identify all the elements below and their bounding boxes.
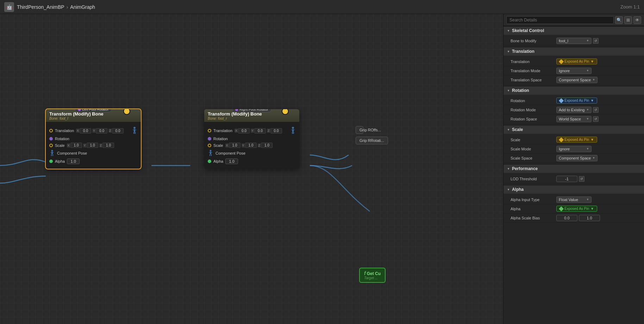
rotation-mode-dropdown[interactable]: Add to Existing ▼ xyxy=(556,107,592,113)
alpha-input-type-dropdown[interactable]: Float Value ▼ xyxy=(556,197,592,203)
svg-rect-3 xyxy=(135,130,136,130)
right-scale-row: Scale X1.0 Y1.0 Z1.0 xyxy=(208,143,296,148)
performance-triangle: ▼ xyxy=(507,167,510,170)
left-component-pose-row: Component Pose xyxy=(49,150,137,157)
section-skeletal-control[interactable]: ▼ Skeletal Control xyxy=(504,26,644,35)
left-scale-label: Scale xyxy=(55,143,65,148)
svg-rect-1 xyxy=(134,129,135,132)
translation-pin-icon xyxy=(559,59,564,64)
scale-mode-row: Scale Mode Ignore ▼ xyxy=(504,144,644,154)
section-scale[interactable]: ▼ Scale xyxy=(504,125,644,134)
svg-rect-16 xyxy=(292,132,293,134)
translation-space-row: Translation Space Component Space ▼ xyxy=(504,75,644,85)
translation-exposed-btn[interactable]: Exposed As Pin ▼ xyxy=(556,58,597,64)
right-scale-label: Scale xyxy=(213,143,223,148)
scale-space-dropdown[interactable]: Component Space ▼ xyxy=(556,155,598,161)
translation-mode-dropdown[interactable]: Ignore ▼ xyxy=(556,68,592,74)
rotation-space-row: Rotation Space World Space ▼ ↺ xyxy=(504,114,644,124)
alpha-exposed-btn[interactable]: Exposed As Pin ▼ xyxy=(556,206,597,212)
alpha-bias-max-input[interactable] xyxy=(579,215,600,221)
breadcrumb-graph[interactable]: AnimGraph xyxy=(70,4,95,10)
alpha-bias-value xyxy=(556,215,640,221)
left-rotation-pin xyxy=(49,137,53,141)
svg-rect-21 xyxy=(211,152,212,152)
rotation-mode-reset-btn[interactable]: ↺ xyxy=(593,107,599,113)
alpha-pin-icon xyxy=(559,206,564,211)
left-alpha-input[interactable] xyxy=(67,158,80,164)
right-node-subtitle: Bone: foot_r xyxy=(208,117,262,120)
right-figure2-icon xyxy=(208,150,213,157)
eye-icon-btn[interactable]: 👁 xyxy=(633,16,641,24)
right-node-body: Translation X0.0 Y0.0 Z0.0 xyxy=(204,122,299,169)
svg-rect-13 xyxy=(292,129,294,132)
section-alpha[interactable]: ▼ Alpha xyxy=(504,185,644,194)
alpha-bias-min-input[interactable] xyxy=(556,215,577,221)
details-header-icons: 🔍 ⊞ 👁 xyxy=(615,16,641,24)
translation-space-value: Component Space ▼ xyxy=(556,77,640,83)
translation-mode-label: Translation Mode xyxy=(511,69,556,73)
right-alpha-row: Alpha xyxy=(208,158,296,164)
zoom-label: Zoom 1:1 xyxy=(620,4,640,10)
rotation-space-value: World Space ▼ ↺ xyxy=(556,116,640,122)
top-bar: 🤖 ThirdPerson_AnimBP › AnimGraph Zoom 1:… xyxy=(0,0,644,14)
node-left[interactable]: Left Foot Rotator ⚡ Transform (Modify) B… xyxy=(46,109,141,169)
translation-mode-row: Translation Mode Ignore ▼ xyxy=(504,66,644,75)
left-rotation-row: Rotation xyxy=(49,137,137,141)
section-performance[interactable]: ▼ Performance xyxy=(504,164,644,173)
node-right[interactable]: Right Foot Rotator ⚡ Transform (Modify) … xyxy=(204,109,299,169)
translation-space-dropdown[interactable]: Component Space ▼ xyxy=(556,77,598,83)
get-cu-title: Get Cu xyxy=(367,271,381,276)
details-panel: 🔍 ⊞ 👁 ▼ Skeletal Control Bone to Modify … xyxy=(503,14,644,324)
rotation-space-dropdown[interactable]: World Space ▼ xyxy=(556,116,592,122)
right-scale-pin xyxy=(208,144,211,147)
section-rotation[interactable]: ▼ Rotation xyxy=(504,86,644,95)
breadcrumb-project[interactable]: ThirdPerson_AnimBP xyxy=(17,4,64,10)
rotation-space-reset-btn[interactable]: ↺ xyxy=(593,116,599,122)
lod-label: LOD Threshold xyxy=(511,177,556,181)
lod-reset-btn[interactable]: ↺ xyxy=(579,176,584,182)
section-translation[interactable]: ▼ Translation xyxy=(504,47,644,56)
svg-point-0 xyxy=(133,127,136,129)
right-translation-pin xyxy=(208,129,211,132)
scale-pin-icon xyxy=(559,137,564,142)
left-rotation-label: Rotation xyxy=(55,137,69,141)
scale-exposed-btn[interactable]: Exposed As Pin ▼ xyxy=(556,137,597,143)
lod-input[interactable] xyxy=(556,176,577,182)
main-layout: Left Foot Rotator ⚡ Transform (Modify) B… xyxy=(0,14,644,324)
translation-prop-row: Translation Exposed As Pin ▼ xyxy=(504,57,644,66)
svg-rect-17 xyxy=(293,132,294,134)
app-icon: 🤖 xyxy=(4,2,14,12)
grip-roffs-label: Grip ROffs... xyxy=(359,128,381,132)
bone-to-modify-dropdown[interactable]: foot_l ▼ xyxy=(556,38,592,44)
right-rotation-pin xyxy=(208,137,211,141)
left-figure-icon xyxy=(132,126,137,135)
scale-mode-dropdown[interactable]: Ignore ▼ xyxy=(556,146,592,152)
grid-icon-btn[interactable]: ⊞ xyxy=(624,16,632,24)
get-cu-node[interactable]: f Get Cu Target ... xyxy=(359,268,386,283)
svg-rect-2 xyxy=(133,130,134,130)
translation-triangle: ▼ xyxy=(507,50,510,53)
search-input[interactable] xyxy=(506,16,614,24)
top-pin-dot xyxy=(78,109,81,111)
translation-prop-value: Exposed As Pin ▼ xyxy=(556,58,640,64)
get-cu-subtitle: Target ... xyxy=(364,276,381,280)
alpha-prop-row: Alpha Exposed As Pin ▼ xyxy=(504,204,644,213)
scale-mode-value: Ignore ▼ xyxy=(556,146,640,152)
search-icon-btn[interactable]: 🔍 xyxy=(615,16,623,24)
bone-reset-btn[interactable]: ↺ xyxy=(593,38,599,44)
dropdown-arrow: ▼ xyxy=(586,39,589,42)
alpha-bias-label: Alpha Scale Bias xyxy=(511,216,556,220)
svg-rect-20 xyxy=(209,152,210,152)
svg-point-6 xyxy=(51,150,53,152)
translation-prop-label: Translation xyxy=(511,60,556,64)
right-top-pin-label: Right Foot Rotator xyxy=(239,109,268,111)
svg-rect-23 xyxy=(211,154,212,156)
right-rotation-row: Rotation xyxy=(208,137,296,141)
right-alpha-input[interactable] xyxy=(225,158,238,164)
rotation-exposed-btn[interactable]: Exposed As Pin ▼ xyxy=(556,98,597,104)
breadcrumb-separator: › xyxy=(67,4,68,10)
lod-value: ↺ xyxy=(556,176,640,182)
rotation-mode-row: Rotation Mode Add to Existing ▼ ↺ xyxy=(504,105,644,114)
right-alpha-label: Alpha xyxy=(213,159,223,163)
graph-canvas[interactable]: Left Foot Rotator ⚡ Transform (Modify) B… xyxy=(0,14,503,324)
